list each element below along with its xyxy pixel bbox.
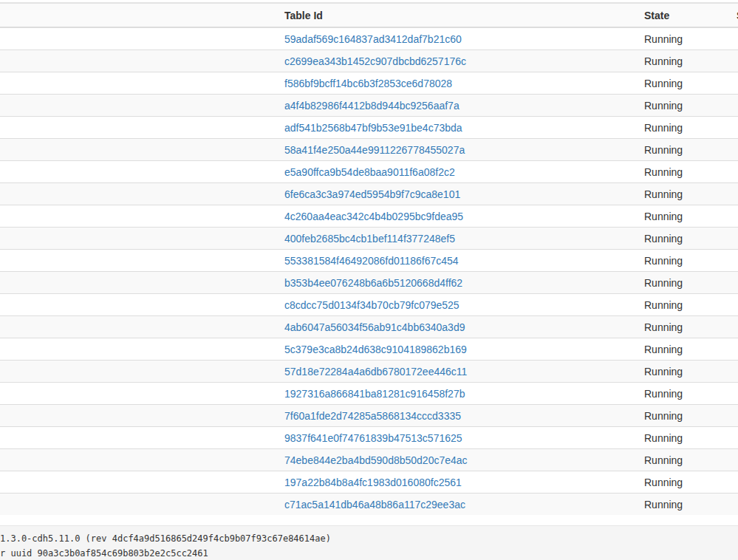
tables-page: Table Id State S 59adaf569c164837ad3412d… xyxy=(0,0,738,560)
table-row: 4ab6047a56034f56ab91c4bb6340a3d9 Running xyxy=(0,316,738,338)
table-id-cell: 5c379e3ca8b24d638c9104189862b169 xyxy=(279,338,638,361)
table-name-cell xyxy=(0,294,279,316)
table-name-cell xyxy=(0,72,279,95)
table-row: 59adaf569c164837ad3412daf7b21c60 Running xyxy=(0,27,738,50)
state-cell: Running xyxy=(638,316,731,338)
table-id-cell: 197a22b84b8a4fc1983d016080fc2561 xyxy=(279,471,638,494)
table-id-link[interactable]: 57d18e72284a4a6db6780172ee446c11 xyxy=(284,366,467,378)
table-row: b353b4ee076248b6a6b5120668d4ff62 Running xyxy=(0,272,738,294)
table-id-link[interactable]: 4c260aa4eac342c4b4b0295bc9fdea95 xyxy=(284,211,463,222)
table-name-cell xyxy=(0,405,279,427)
tables-table: Table Id State S 59adaf569c164837ad3412d… xyxy=(0,4,738,515)
table-name-cell xyxy=(0,338,279,361)
extra-cell xyxy=(731,471,738,494)
table-name-cell xyxy=(0,117,279,139)
state-cell: Running xyxy=(638,139,731,161)
state-cell: Running xyxy=(638,427,731,449)
extra-cell xyxy=(731,449,738,471)
state-cell: Running xyxy=(638,250,731,272)
table-row: 1927316a866841ba81281c916458f27b Running xyxy=(0,383,738,405)
table-id-link[interactable]: e5a90ffca9b54de8baa9011f6a08f2c2 xyxy=(284,166,455,178)
table-id-link[interactable]: 6fe6ca3c3a974ed5954b9f7c9ca8e101 xyxy=(284,188,460,200)
extra-cell xyxy=(731,50,738,72)
table-name-cell xyxy=(0,50,279,72)
table-row: f586bf9bcff14bc6b3f2853ce6d78028 Running xyxy=(0,72,738,95)
state-cell: Running xyxy=(638,117,731,139)
table-id-link[interactable]: b353b4ee076248b6a6b5120668d4ff62 xyxy=(284,277,462,289)
extra-cell xyxy=(731,117,738,139)
state-cell: Running xyxy=(638,449,731,471)
table-id-link[interactable]: 9837f641e0f74761839b47513c571625 xyxy=(284,432,462,444)
extra-cell xyxy=(731,95,738,117)
table-name-cell xyxy=(0,161,279,183)
state-cell: Running xyxy=(638,383,731,405)
state-cell: Running xyxy=(638,183,731,205)
col-header-clipped: S xyxy=(731,4,738,27)
table-id-cell: a4f4b82986f4412b8d944bc9256aaf7a xyxy=(279,95,638,117)
table-id-cell: c8cdcc75d0134f34b70cb79fc079e525 xyxy=(279,294,638,316)
state-cell: Running xyxy=(638,405,731,427)
table-row: 4c260aa4eac342c4b4b0295bc9fdea95 Running xyxy=(0,205,738,228)
table-name-cell xyxy=(0,27,279,50)
table-id-link[interactable]: 197a22b84b8a4fc1983d016080fc2561 xyxy=(284,477,462,488)
state-cell: Running xyxy=(638,95,731,117)
table-id-cell: c71ac5a141db46a48b86a117c29ee3ac xyxy=(279,494,638,516)
table-id-link[interactable]: 59adaf569c164837ad3412daf7b21c60 xyxy=(284,33,462,45)
table-id-cell: e5a90ffca9b54de8baa9011f6a08f2c2 xyxy=(279,161,638,183)
table-id-link[interactable]: 553381584f46492086fd01186f67c454 xyxy=(284,255,459,267)
tables-table-wrap: Table Id State S 59adaf569c164837ad3412d… xyxy=(0,2,738,515)
table-id-link[interactable]: c8cdcc75d0134f34b70cb79fc079e525 xyxy=(284,299,459,311)
table-name-cell xyxy=(0,316,279,338)
state-cell: Running xyxy=(638,294,731,316)
table-id-cell: 74ebe844e2ba4bd590d8b50d20c7e4ac xyxy=(279,449,638,471)
table-id-cell: adf541b2568b47bf9b53e91be4c73bda xyxy=(279,117,638,139)
table-id-link[interactable]: 4ab6047a56034f56ab91c4bb6340a3d9 xyxy=(284,321,465,333)
table-id-link[interactable]: 5c379e3ca8b24d638c9104189862b169 xyxy=(284,344,467,355)
table-id-link[interactable]: f586bf9bcff14bc6b3f2853ce6d78028 xyxy=(284,78,452,89)
table-id-link[interactable]: 58a41f4e250a44e9911226778455027a xyxy=(284,144,465,156)
table-row: 57d18e72284a4a6db6780172ee446c11 Running xyxy=(0,361,738,383)
table-row: 400feb2685bc4cb1bef114f377248ef5 Running xyxy=(0,228,738,250)
table-id-link[interactable]: adf541b2568b47bf9b53e91be4c73bda xyxy=(284,122,462,134)
table-id-link[interactable]: 7f60a1fde2d74285a5868134cccd3335 xyxy=(284,410,461,422)
table-name-cell xyxy=(0,228,279,250)
table-id-cell: 57d18e72284a4a6db6780172ee446c11 xyxy=(279,361,638,383)
table-row: 5c379e3ca8b24d638c9104189862b169 Running xyxy=(0,338,738,361)
state-cell: Running xyxy=(638,338,731,361)
table-id-link[interactable]: a4f4b82986f4412b8d944bc9256aaf7a xyxy=(284,100,459,112)
col-header-state: State xyxy=(638,4,731,27)
extra-cell xyxy=(731,72,738,95)
table-row: adf541b2568b47bf9b53e91be4c73bda Running xyxy=(0,117,738,139)
extra-cell xyxy=(731,183,738,205)
table-id-cell: c2699ea343b1452c907dbcbd6257176c xyxy=(279,50,638,72)
extra-cell xyxy=(731,161,738,183)
table-row: 58a41f4e250a44e9911226778455027a Running xyxy=(0,139,738,161)
table-id-cell: 1927316a866841ba81281c916458f27b xyxy=(279,383,638,405)
table-id-link[interactable]: c2699ea343b1452c907dbcbd6257176c xyxy=(284,55,466,67)
state-cell: Running xyxy=(638,272,731,294)
table-name-cell xyxy=(0,272,279,294)
table-id-link[interactable]: 1927316a866841ba81281c916458f27b xyxy=(284,388,465,400)
table-row: 9837f641e0f74761839b47513c571625 Running xyxy=(0,427,738,449)
table-row: 7f60a1fde2d74285a5868134cccd3335 Running xyxy=(0,405,738,427)
extra-cell xyxy=(731,427,738,449)
state-cell: Running xyxy=(638,494,731,516)
state-cell: Running xyxy=(638,205,731,228)
table-name-cell xyxy=(0,471,279,494)
table-id-link[interactable]: 74ebe844e2ba4bd590d8b50d20c7e4ac xyxy=(284,454,468,466)
table-id-cell: 553381584f46492086fd01186f67c454 xyxy=(279,250,638,272)
table-id-link[interactable]: 400feb2685bc4cb1bef114f377248ef5 xyxy=(284,233,455,245)
extra-cell xyxy=(731,361,738,383)
extra-cell xyxy=(731,494,738,516)
extra-cell xyxy=(731,272,738,294)
table-id-link[interactable]: c71ac5a141db46a48b86a117c29ee3ac xyxy=(284,499,465,511)
table-id-cell: b353b4ee076248b6a6b5120668d4ff62 xyxy=(279,272,638,294)
state-cell: Running xyxy=(638,471,731,494)
state-cell: Running xyxy=(638,228,731,250)
table-id-cell: 58a41f4e250a44e9911226778455027a xyxy=(279,139,638,161)
table-name-cell xyxy=(0,427,279,449)
extra-cell xyxy=(731,27,738,50)
table-row: c71ac5a141db46a48b86a117c29ee3ac Running xyxy=(0,494,738,516)
table-id-cell: 4ab6047a56034f56ab91c4bb6340a3d9 xyxy=(279,316,638,338)
extra-cell xyxy=(731,405,738,427)
